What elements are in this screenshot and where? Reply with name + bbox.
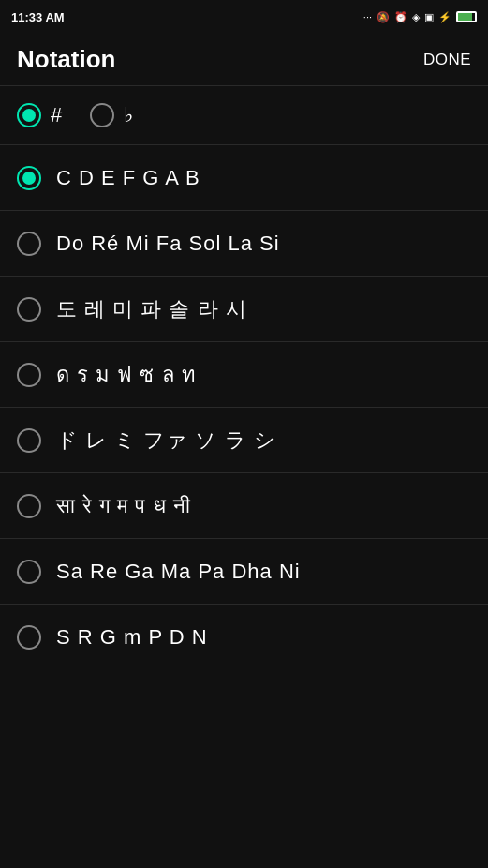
status-time: 11:33 AM: [11, 10, 65, 24]
notation-row-hindi[interactable]: सा रे ग म प ध नी: [0, 473, 488, 539]
sharp-option[interactable]: #: [17, 103, 62, 127]
notation-row-japanese[interactable]: ド レ ミ ファ ソ ラ シ: [0, 408, 488, 473]
radio-cdefgab[interactable]: [17, 166, 41, 190]
notation-label-hindi: सा रे ग म प ध नी: [56, 494, 191, 518]
radio-hindi[interactable]: [17, 494, 41, 518]
signal-icon: ···: [363, 11, 372, 22]
radio-thai[interactable]: [17, 363, 41, 387]
flat-option[interactable]: ♭: [90, 103, 133, 127]
notation-label-thai: ด ร ม ฟ ซ ล ท: [56, 358, 197, 391]
battery-charging-icon: ⚡: [438, 11, 451, 23]
battery-icon: [456, 11, 477, 22]
done-button[interactable]: DONE: [423, 51, 471, 69]
status-bar: 11:33 AM ··· 🔕 ⏰ ◈ ▣ ⚡: [0, 0, 488, 34]
notation-label-sargam-full: Sa Re Ga Ma Pa Dha Ni: [56, 560, 301, 584]
accidentals-row: # ♭: [0, 86, 488, 145]
notation-row-cdefgab[interactable]: C D E F G A B: [0, 145, 488, 211]
flat-label: ♭: [124, 103, 133, 127]
notation-row-doremi[interactable]: Do Ré Mi Fa Sol La Si: [0, 211, 488, 277]
status-icons: ··· 🔕 ⏰ ◈ ▣ ⚡: [363, 11, 477, 23]
wifi-icon: ◈: [412, 11, 420, 23]
radio-sargam-full[interactable]: [17, 560, 41, 584]
notation-label-doremi: Do Ré Mi Fa Sol La Si: [56, 232, 280, 256]
radio-japanese[interactable]: [17, 428, 41, 453]
notation-row-sargam-full[interactable]: Sa Re Ga Ma Pa Dha Ni: [0, 539, 488, 605]
page-title: Notation: [17, 45, 115, 74]
header: Notation DONE: [0, 34, 488, 86]
sharp-label: #: [51, 103, 62, 127]
nfc-icon: ▣: [424, 11, 434, 23]
radio-doremi[interactable]: [17, 232, 41, 256]
notation-row-korean[interactable]: 도 레 미 파 솔 라 시: [0, 277, 488, 342]
notation-label-korean: 도 레 미 파 솔 라 시: [56, 295, 247, 323]
mute-icon: 🔕: [377, 11, 390, 23]
sharp-radio[interactable]: [17, 103, 41, 127]
alarm-icon: ⏰: [394, 11, 407, 23]
radio-korean[interactable]: [17, 297, 41, 322]
radio-sargam-short[interactable]: [17, 625, 41, 650]
notation-row-thai[interactable]: ด ร ม ฟ ซ ล ท: [0, 342, 488, 408]
notation-label-japanese: ド レ ミ ファ ソ ラ シ: [56, 427, 276, 455]
notation-label-sargam-short: S R G m P D N: [56, 625, 208, 650]
flat-radio[interactable]: [90, 103, 114, 127]
notation-row-sargam-short[interactable]: S R G m P D N: [0, 605, 488, 670]
notation-label-cdefgab: C D E F G A B: [56, 166, 200, 190]
notation-list: C D E F G A BDo Ré Mi Fa Sol La Si도 레 미 …: [0, 145, 488, 670]
